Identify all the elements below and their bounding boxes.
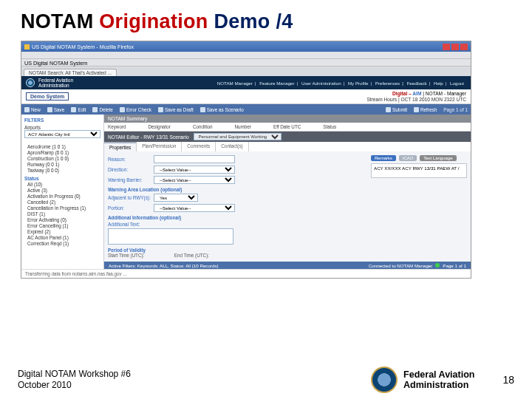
warning-label: Warning Barrier:	[108, 177, 154, 183]
address-text: US Digital NOTAM System	[24, 60, 87, 66]
editor-panel: Reason: Direction:--Select Value-- Warni…	[104, 151, 471, 262]
agency-line1: Federal Aviation	[38, 78, 73, 83]
faa-topstrip: Federal Aviation Administration NOTAM Ma…	[21, 76, 471, 89]
addtext-input[interactable]	[108, 228, 233, 245]
save-scenario-button[interactable]: Save as Scenario	[200, 107, 244, 112]
airport-select[interactable]: ACY Atlantic City Intl	[24, 130, 100, 138]
status-correction[interactable]: Correction Reqd (1)	[24, 240, 100, 246]
save-draft-button[interactable]: Save as Draft	[158, 107, 194, 112]
link-logout[interactable]: Logout	[448, 81, 466, 86]
col-effdate: Eff Date UTC	[273, 124, 301, 129]
sidebar: FILTERS Airports ACY Atlantic City Intl …	[21, 115, 103, 269]
faa-seal-footer-icon	[371, 366, 398, 393]
faa-seal-icon	[26, 78, 35, 87]
check-icon	[120, 107, 125, 112]
top-links: NOTAM Manager| Feature Manager| User Adm…	[215, 81, 466, 86]
pill-remarks[interactable]: Remarks	[371, 155, 396, 161]
filter-taxiway[interactable]: Taxiway (0 0 0)	[24, 167, 100, 173]
save-button[interactable]: Save	[47, 107, 65, 112]
title-part1: NOTAM	[21, 10, 99, 33]
period-label: Period of Validity	[108, 248, 146, 253]
reason-input[interactable]	[154, 155, 235, 163]
link-preferences[interactable]: Preferences	[373, 81, 402, 86]
connected-icon	[435, 263, 440, 267]
end-label: End Time (UTC):	[174, 253, 239, 258]
delete-button[interactable]: Delete	[92, 107, 112, 112]
browser-menubar[interactable]	[21, 52, 471, 59]
col-number: Number	[235, 124, 251, 129]
addinfo-header: Additional Information (optional)	[108, 215, 366, 220]
status-err-cancel[interactable]: Error Cancelling (1)	[24, 222, 100, 228]
firefox-icon	[24, 44, 30, 50]
refresh-button[interactable]: Refresh	[414, 107, 437, 112]
filter-apron[interactable]: Apron/Ramp (0 0 1)	[24, 149, 100, 155]
editor-tabs: Properties Plan/Permission Comments Cont…	[104, 142, 471, 151]
page-indicator: Page 1 of 1	[443, 107, 468, 112]
save-icon	[47, 107, 52, 112]
footer-date: October 2010	[18, 380, 131, 391]
scenario-icon	[200, 107, 205, 112]
link-help[interactable]: Help	[432, 81, 446, 86]
window-title: US Digital NOTAM System - Mozilla Firefo…	[32, 44, 134, 50]
status-active[interactable]: Active (3)	[24, 187, 100, 193]
pill-icao[interactable]: ICAO	[399, 155, 417, 161]
status-cancelled[interactable]: Cancelled (2)	[24, 199, 100, 205]
status-dist[interactable]: DIST (1)	[24, 211, 100, 216]
pill-lang[interactable]: Text Language	[420, 155, 456, 161]
stream-hours: Stream Hours | OCT 18 2010 MON 2322 UTC	[366, 97, 466, 102]
bottom-bar: Active Filters: Keywords: ALL, Status: A…	[104, 262, 471, 269]
bottom-page: Page 1 of 1	[443, 263, 466, 268]
main-toolbar: New Save Edit Delete Error Check Save as…	[21, 104, 471, 115]
title-part3: Demo /4	[214, 10, 293, 33]
window-titlebar: US Digital NOTAM System - Mozilla Firefo…	[21, 41, 471, 52]
status-err-activating[interactable]: Error Activating (0)	[24, 216, 100, 222]
link-feature-manager[interactable]: Feature Manager	[257, 81, 296, 86]
link-notam-manager[interactable]: NOTAM Manager	[215, 81, 255, 86]
tab-properties[interactable]: Properties	[104, 142, 137, 151]
status-all[interactable]: All (10)	[24, 181, 100, 187]
link-feedback[interactable]: Feedback	[404, 81, 429, 86]
agency-line2: Administration	[38, 83, 73, 88]
maximize-button[interactable]	[451, 44, 459, 50]
app-content: Federal Aviation Administration NOTAM Ma…	[21, 76, 471, 278]
demo-system-badge: Demo System	[26, 92, 69, 100]
minimize-button[interactable]	[443, 44, 450, 50]
error-check-button[interactable]: Error Check	[120, 107, 151, 112]
slide-number: 18	[502, 374, 514, 386]
notam-summary-header: NOTAM Summary	[104, 115, 471, 123]
tab-contacts[interactable]: Contact(s)	[216, 142, 248, 151]
notam-preview: ACY XX/XXX ACY RWY 13/31 PAEW AT /	[371, 163, 467, 178]
edit-button[interactable]: Edit	[71, 107, 86, 112]
footer-workshop: Digital NOTAM Workshop #6	[18, 369, 131, 380]
portion-select[interactable]: --Select Value--	[154, 204, 235, 212]
link-my-profile[interactable]: My Profile	[346, 81, 371, 86]
browser-addressbar[interactable]: US Digital NOTAM System	[21, 59, 471, 66]
brand-digital: Digital –	[392, 91, 412, 96]
direction-select[interactable]: --Select Value--	[154, 166, 235, 174]
status-expired[interactable]: Expired (2)	[24, 228, 100, 234]
adjrwy-select[interactable]: Yes	[154, 194, 198, 202]
status-header: Status	[24, 176, 100, 181]
filter-aerodrome[interactable]: Aerodrome (1 0 1)	[24, 143, 100, 149]
browser-tab[interactable]: NOTAM Search: All That's Activated ...	[24, 69, 117, 76]
close-button[interactable]	[460, 44, 468, 50]
brand-manager: | NOTAM - Manager	[421, 91, 466, 96]
tab-comments[interactable]: Comments	[182, 142, 216, 151]
status-cancel-prog[interactable]: Cancellation In Progress (1)	[24, 205, 100, 211]
warn-loc-header: Warning Area Location (optional)	[108, 187, 366, 192]
submit-button[interactable]: Submit	[386, 107, 407, 112]
new-button[interactable]: New	[24, 107, 41, 112]
adjrwy-label: Adjacent to RWY(s):	[108, 195, 154, 200]
filter-construction[interactable]: Construction (1 0 0)	[24, 155, 100, 161]
filter-runway[interactable]: Runway (0 0 1)	[24, 161, 100, 167]
transfer-status: Transferring data from notams.aim.nas.fa…	[25, 271, 127, 276]
link-user-admin[interactable]: User Administration	[299, 81, 344, 86]
status-ac-panel[interactable]: AC Action Panel (1)	[24, 234, 100, 240]
portion-label: Portion:	[108, 205, 154, 211]
warning-select[interactable]: --Select Value--	[154, 176, 235, 184]
slide-footer: Digital NOTAM Workshop #6 October 2010 F…	[0, 361, 532, 399]
status-activation-prog[interactable]: Activation In Progress (0)	[24, 193, 100, 199]
scenario-select[interactable]: Personnel and Equipment Working	[194, 133, 282, 140]
direction-label: Direction:	[108, 167, 154, 172]
tab-plan-permission[interactable]: Plan/Permission	[137, 142, 182, 151]
